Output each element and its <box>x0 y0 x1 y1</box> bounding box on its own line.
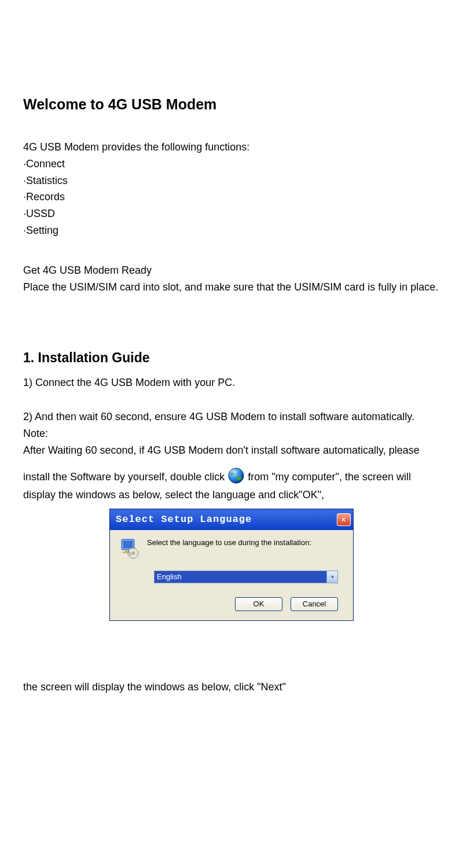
close-icon[interactable]: ✕ <box>337 513 351 526</box>
step-1: 1) Connect the 4G USB Modem with your PC… <box>23 374 440 391</box>
ok-button[interactable]: OK <box>235 597 282 611</box>
note-label: Note: <box>23 425 440 442</box>
svg-point-0 <box>229 468 244 483</box>
function-item: ·Setting <box>23 222 440 239</box>
install-heading: 1. Installation Guide <box>23 347 440 369</box>
function-item: ·Statistics <box>23 172 440 189</box>
cancel-button[interactable]: Cancel <box>291 597 338 611</box>
ready-text: Place the USIM/SIM card into slot, and m… <box>23 279 440 296</box>
note-text-a: After Waiting 60 second, if 4G USB Modem… <box>23 442 440 459</box>
dialog-titlebar: Select Setup Language ✕ <box>110 509 353 529</box>
globe-icon <box>227 467 245 484</box>
intro-text: 4G USB Modem provides the following func… <box>23 139 440 156</box>
note-text-b-pre: install the Software by yourself, double… <box>23 471 227 483</box>
dialog-title: Select Setup Language <box>116 512 252 527</box>
function-item: ·Records <box>23 189 440 205</box>
language-selected: English <box>154 571 338 583</box>
svg-point-7 <box>131 551 135 555</box>
chevron-down-icon[interactable]: ▾ <box>326 571 337 583</box>
step-2: 2) And then wait 60 second, ensure 4G US… <box>23 409 440 425</box>
dialog-prompt: Select the language to use during the in… <box>147 538 311 548</box>
after-dialog-text: the screen will display the windows as b… <box>23 679 440 696</box>
language-select[interactable]: English ▾ <box>154 571 338 583</box>
svg-rect-3 <box>123 541 133 548</box>
ready-heading: Get 4G USB Modem Ready <box>23 262 440 279</box>
svg-point-1 <box>231 470 236 473</box>
page-title: Welcome to 4G USB Modem <box>23 93 440 116</box>
function-item: ·Connect <box>23 156 440 172</box>
setup-icon <box>119 538 140 559</box>
function-item: ·USSD <box>23 205 440 222</box>
language-dialog: Select Setup Language ✕ Select the langu… <box>109 509 354 620</box>
